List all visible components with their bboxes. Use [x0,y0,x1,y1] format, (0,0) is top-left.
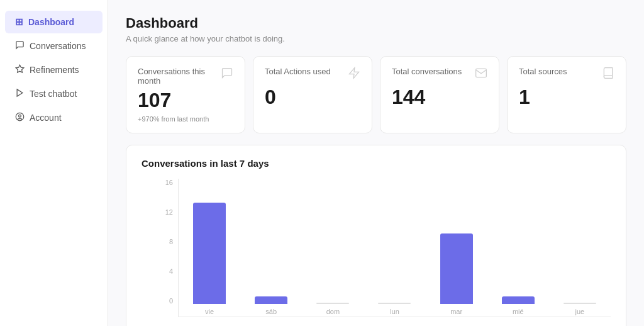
total-conversations-icon [475,67,487,82]
main-content: Dashboard A quick glance at how your cha… [108,0,644,326]
stat-value: 144 [392,86,487,108]
stat-value: 107 [138,89,233,111]
stat-card-header: Conversations this month [138,67,233,86]
bar-chart: 16 12 8 4 0 vie sáb [142,179,611,326]
sidebar-item-label: Conversations [30,41,86,51]
bar-group-lun: lun [364,179,425,304]
bar-jue-zero [564,303,596,304]
bar-mie [502,296,535,304]
x-label-jue: jue [575,308,585,315]
bar-group-sab: sáb [240,179,302,304]
bar-vie [193,203,226,305]
x-label-mie: mié [513,308,524,315]
bar-group-mie: mié [487,179,549,304]
x-label-dom: dom [326,308,340,315]
stat-label: Total conversations [392,67,462,76]
x-label-lun: lun [390,308,399,315]
sidebar-item-label: Test chatbot [30,89,77,99]
y-label-8: 8 [169,238,175,245]
svg-marker-0 [16,65,24,72]
sidebar-item-conversations[interactable]: Conversations [5,35,103,57]
dashboard-icon: ⊞ [15,16,23,28]
stat-card-header: Total conversations [392,67,487,82]
svg-point-3 [19,115,21,117]
sidebar-item-test-chatbot[interactable]: Test chatbot [5,82,103,105]
svg-marker-1 [17,89,23,96]
chart-card: Conversations in last 7 days 16 12 8 4 0… [126,145,626,326]
svg-marker-4 [350,68,359,79]
stat-card-conversations-month: Conversations this month 107 +970% from … [126,56,245,133]
y-label-16: 16 [165,179,175,186]
bar-mar [440,233,473,304]
bar-lun-zero [378,303,411,304]
chart-title: Conversations in last 7 days [142,158,611,169]
stat-value: 0 [265,86,360,108]
sidebar-item-label: Account [30,113,62,123]
sidebar-item-label: Refinements [30,65,79,75]
sidebar-item-dashboard[interactable]: ⊞ Dashboard [5,11,103,33]
bar-group-dom: dom [302,179,364,304]
stats-row: Conversations this month 107 +970% from … [126,56,626,133]
actions-icon [348,67,360,82]
bar-group-mar: mar [426,179,487,304]
sidebar-item-account[interactable]: Account [5,106,103,129]
page-title: Dashboard [126,15,626,31]
sources-icon [602,67,614,82]
stat-label: Conversations this month [138,67,221,86]
stat-card-total-sources: Total sources 1 [507,56,626,133]
conversations-month-icon [221,67,233,82]
test-chatbot-icon [15,88,25,99]
stat-card-total-actions: Total Actions used 0 [253,56,372,133]
stat-label: Total Actions used [265,67,331,76]
stat-card-header: Total sources [519,67,614,82]
x-label-vie: vie [205,308,214,315]
x-label-sab: sáb [265,308,277,315]
stat-card-header: Total Actions used [265,67,360,82]
page-subtitle: A quick glance at how your chatbot is do… [126,34,626,43]
stat-value: 1 [519,86,614,108]
sidebar-item-label: Dashboard [28,17,74,27]
y-label-4: 4 [169,267,175,275]
x-label-mar: mar [450,308,462,315]
bar-group-vie: vie [179,179,240,304]
refinements-icon [15,64,25,76]
bar-dom-zero [316,303,349,304]
stat-label: Total sources [519,67,567,76]
bar-sab [255,296,287,304]
y-label-12: 12 [165,208,175,216]
stat-card-total-conversations: Total conversations 144 [380,56,499,133]
bar-group-jue: jue [549,179,611,304]
sidebar: ⊞ Dashboard Conversations Refinements Te… [0,0,108,326]
stat-change: +970% from last month [138,115,233,123]
account-icon [15,112,25,123]
y-label-0: 0 [169,297,175,305]
conversations-icon [15,40,25,52]
sidebar-item-refinements[interactable]: Refinements [5,59,103,81]
